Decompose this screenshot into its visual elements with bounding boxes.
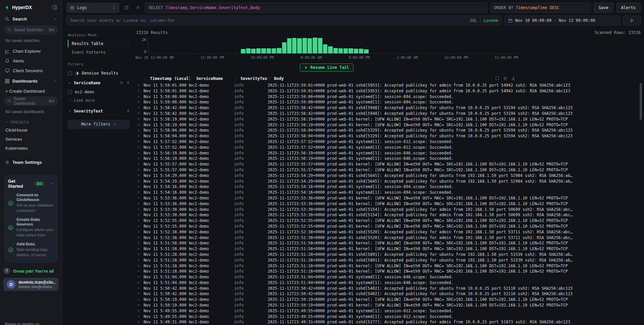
histogram-bar[interactable] [323, 44, 327, 53]
table-row[interactable]: > Nov 11 5:54:29.000 PM ec2-demo info 20… [136, 173, 642, 179]
saved-dashboards-input[interactable]: Saved Dashboards ⌘K [4, 96, 58, 106]
row-expand-chevron-icon[interactable]: > [136, 145, 144, 150]
chevron-up-icon[interactable] [50, 182, 54, 186]
row-expand-chevron-icon[interactable]: > [136, 229, 144, 235]
table-row[interactable]: > Nov 11 5:52:38.000 PM ec2-demo info 20… [136, 235, 642, 241]
table-row[interactable]: > Nov 11 5:51:18.000 PM ec2-demo info 20… [136, 269, 642, 274]
table-row[interactable]: > Nov 11 5:51:28.000 PM ec2-demo info 20… [136, 252, 642, 258]
event-search-box[interactable]: SQL | Lucene [66, 15, 502, 26]
row-expand-chevron-icon[interactable]: > [136, 212, 144, 218]
histogram-bar[interactable] [308, 38, 312, 53]
table-row[interactable]: > Nov 11 5:56:19.000 PM ec2-demo info 20… [136, 156, 642, 161]
search-input[interactable] [70, 18, 467, 23]
get-started-item[interactable]: Add Data Start sending logs, metrics, or… [8, 242, 54, 258]
get-started-item[interactable]: Connect to ClickHouse Set up your databa… [8, 193, 54, 213]
histogram-bar[interactable] [338, 48, 343, 53]
preset-item[interactable]: Kubernetes [0, 144, 62, 153]
histogram-bar[interactable] [359, 49, 363, 53]
alerts-button[interactable]: Alerts [616, 3, 641, 13]
denoise-results-option[interactable]: Denoise Results [68, 69, 130, 77]
table-row[interactable]: > Nov 11 5:51:58.000 PM ec2-demo info 20… [136, 240, 642, 246]
pin-icon[interactable] [126, 81, 130, 85]
row-expand-chevron-icon[interactable]: > [136, 161, 144, 167]
histogram-bar[interactable] [348, 48, 353, 53]
table-row[interactable]: > Nov 11 5:49:55.000 PM ec2-demo info 20… [136, 314, 642, 320]
sidebar-item-client-sessions[interactable]: Client Sessions [0, 66, 62, 76]
order-by-input[interactable]: ORDER BY TimestampTime DESC [490, 3, 591, 13]
collapse-sidebar-icon[interactable] [52, 5, 57, 10]
table-row[interactable]: > Nov 11 5:50:42.000 PM ec2-demo info 20… [136, 286, 642, 291]
histogram-bar[interactable] [364, 49, 368, 53]
row-expand-chevron-icon[interactable]: > [136, 139, 144, 145]
table-row[interactable]: > Nov 11 5:51:04.000 PM ec2-demo info 20… [136, 280, 642, 286]
table-row[interactable]: > Nov 11 5:59:00.000 PM ec2-demo info 20… [136, 99, 642, 105]
table-row[interactable]: > Nov 11 5:49:55.000 PM ec2-demo info 20… [136, 308, 642, 314]
row-expand-chevron-icon[interactable]: > [136, 297, 144, 303]
row-expand-chevron-icon[interactable]: > [136, 117, 144, 122]
row-expand-chevron-icon[interactable]: > [136, 286, 144, 291]
mode-event-patterns[interactable]: Event Patterns [68, 49, 130, 56]
run-query-button[interactable] [623, 15, 641, 26]
language-toggle-sql[interactable]: SQL [470, 18, 477, 23]
save-button[interactable]: Save [594, 3, 613, 13]
histogram-bar[interactable] [246, 48, 251, 53]
source-select[interactable]: Logs [66, 3, 119, 13]
resume-live-tail-button[interactable]: Resume Live Tail [300, 63, 354, 72]
column-header-body[interactable]: ⋮Body [268, 76, 642, 81]
table-row[interactable]: > Nov 11 5:57:52.000 PM ec2-demo info 20… [136, 139, 642, 145]
histogram-bar[interactable] [241, 49, 245, 53]
time-range-picker[interactable]: Nov 10 00:00:00 - Nov 13 00:00:00 [504, 15, 621, 26]
column-header-severitytext[interactable]: ⋮SeverityText [234, 76, 268, 81]
histogram-bar[interactable] [287, 38, 291, 53]
table-row[interactable]: > Nov 11 5:51:18.000 PM ec2-demo info 20… [136, 263, 642, 269]
ec2-demo-checkbox[interactable] [68, 90, 72, 94]
row-expand-chevron-icon[interactable]: > [136, 150, 144, 156]
table-row[interactable]: > Nov 11 5:50:19.000 PM ec2-demo info 20… [136, 303, 642, 308]
table-row[interactable]: > Nov 11 5:52:38.000 PM ec2-demo info 20… [136, 229, 642, 235]
expand-table-icon[interactable] [495, 76, 499, 81]
table-row[interactable]: > Nov 11 5:53:30.000 PM ec2-demo info 20… [136, 212, 642, 218]
row-expand-chevron-icon[interactable]: > [136, 314, 144, 320]
row-expand-chevron-icon[interactable]: > [136, 179, 144, 184]
table-row[interactable]: > Nov 11 5:58:42.000 PM ec2-demo info 20… [136, 111, 642, 117]
histogram-bar[interactable] [256, 48, 261, 53]
filter-group-servicename[interactable]: ServiceName [68, 78, 130, 87]
help-button[interactable]: ? [3, 268, 10, 274]
mode-results-table[interactable]: Results Table [68, 40, 130, 47]
table-row[interactable]: > Nov 11 5:50:42.000 PM ec2-demo info 20… [136, 291, 642, 297]
row-expand-chevron-icon[interactable]: > [136, 133, 144, 139]
histogram-bar[interactable] [318, 38, 322, 53]
row-expand-chevron-icon[interactable]: > [136, 88, 144, 94]
table-row[interactable]: > Nov 11 5:58:19.000 PM ec2-demo info 20… [136, 122, 642, 128]
table-row[interactable]: > Nov 11 5:52:55.000 PM ec2-demo info 20… [136, 224, 642, 229]
row-expand-chevron-icon[interactable]: > [136, 246, 144, 252]
row-expand-chevron-icon[interactable]: > [136, 83, 144, 88]
histogram-bar[interactable] [313, 38, 317, 53]
sidebar-item-search[interactable]: Search [0, 13, 62, 25]
table-row[interactable]: > Nov 11 5:50:19.000 PM ec2-demo info 20… [136, 297, 642, 303]
row-expand-chevron-icon[interactable]: > [136, 291, 144, 297]
preset-item[interactable]: Services [0, 135, 62, 144]
table-row[interactable]: > Nov 11 5:56:19.000 PM ec2-demo info 20… [136, 150, 642, 156]
table-row[interactable]: > Nov 11 5:55:57.000 PM ec2-demo info 20… [136, 167, 642, 173]
row-expand-chevron-icon[interactable]: > [136, 235, 144, 241]
row-expand-chevron-icon[interactable]: > [136, 207, 144, 213]
filter-group-severitytext[interactable]: SeverityText [68, 106, 130, 115]
create-dashboard-button[interactable]: + Create Dashboard [0, 87, 62, 96]
table-row[interactable]: > Nov 11 5:52:55.000 PM ec2-demo info 20… [136, 218, 642, 224]
row-expand-chevron-icon[interactable]: > [136, 105, 144, 111]
table-row[interactable]: > Nov 11 5:55:57.000 PM ec2-demo info 20… [136, 161, 642, 167]
preset-item[interactable]: ClickHouse [0, 126, 62, 135]
language-toggle-lucene[interactable]: Lucene [484, 18, 498, 23]
table-row[interactable]: > Nov 11 5:59:00.000 PM ec2-demo info 20… [136, 94, 642, 100]
row-expand-chevron-icon[interactable]: > [136, 252, 144, 258]
row-expand-chevron-icon[interactable]: > [136, 263, 144, 269]
row-expand-chevron-icon[interactable]: > [136, 201, 144, 207]
row-expand-chevron-icon[interactable]: > [136, 94, 144, 100]
table-row[interactable]: > Nov 11 5:58:42.000 PM ec2-demo info 20… [136, 105, 642, 111]
search-icon[interactable] [120, 81, 124, 85]
histogram-bar[interactable] [333, 48, 338, 53]
get-started-item[interactable]: Create Data Sources Configure where your… [8, 217, 54, 238]
row-expand-chevron-icon[interactable]: > [136, 274, 144, 280]
sidebar-item-alerts[interactable]: Alerts [0, 56, 62, 66]
